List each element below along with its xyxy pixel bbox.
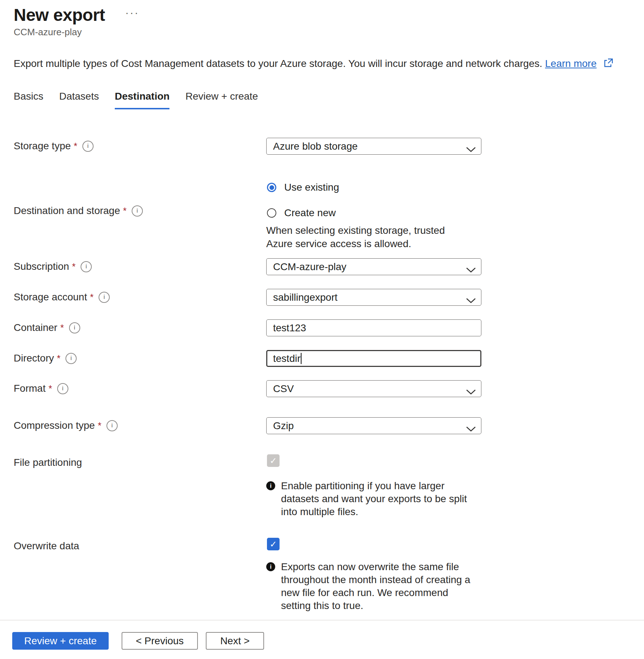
checkmark-icon: ✓ xyxy=(269,539,277,549)
required-asterisk: * xyxy=(74,141,77,152)
overwrite-data-checkbox[interactable]: ✓ xyxy=(267,538,280,550)
chevron-down-icon xyxy=(466,144,476,155)
required-asterisk: * xyxy=(72,261,76,272)
text-cursor xyxy=(301,353,301,364)
info-icon[interactable]: i xyxy=(69,322,80,333)
page-title: New export xyxy=(14,5,105,25)
footer-divider xyxy=(0,620,644,621)
subscription-label: Subscription * i xyxy=(14,260,92,273)
destination-storage-label: Destination and storage * i xyxy=(14,204,143,217)
storage-account-dropdown[interactable]: sabillingexport xyxy=(266,289,481,306)
new-export-page: New export ··· CCM-azure-play Export mul… xyxy=(0,0,644,659)
description-text: Export multiple types of Cost Management… xyxy=(14,58,542,69)
tab-basics[interactable]: Basics xyxy=(14,91,43,109)
chevron-down-icon xyxy=(466,423,476,435)
required-asterisk: * xyxy=(98,420,101,431)
destination-storage-help: When selecting existing storage, trusted… xyxy=(266,224,468,250)
format-label: Format * i xyxy=(14,382,68,395)
compression-type-label: Compression type * i xyxy=(14,419,118,432)
review-create-button[interactable]: Review + create xyxy=(12,632,109,650)
format-dropdown[interactable]: CSV xyxy=(266,380,481,397)
container-input[interactable]: test123 xyxy=(266,319,481,336)
tab-destination[interactable]: Destination xyxy=(115,91,169,109)
next-button[interactable]: Next > xyxy=(206,632,264,650)
info-icon[interactable]: i xyxy=(65,353,77,364)
required-asterisk: * xyxy=(123,205,127,217)
file-partitioning-checkbox: ✓ xyxy=(267,454,280,467)
info-icon[interactable]: i xyxy=(132,205,143,217)
directory-input[interactable]: testdir xyxy=(266,350,481,367)
learn-more-link[interactable]: Learn more xyxy=(545,58,597,69)
info-icon[interactable]: i xyxy=(81,261,92,272)
required-asterisk: * xyxy=(90,292,94,303)
directory-label: Directory * i xyxy=(14,352,77,365)
tab-review-create[interactable]: Review + create xyxy=(185,91,258,109)
subscription-dropdown[interactable]: CCM-azure-play xyxy=(266,258,481,275)
info-icon[interactable]: i xyxy=(106,420,118,431)
storage-type-dropdown[interactable]: Azure blob storage xyxy=(266,138,481,155)
overwrite-data-note: i Exports can now overwrite the same fil… xyxy=(266,560,478,612)
info-icon[interactable]: i xyxy=(57,383,68,394)
overwrite-data-label: Overwrite data xyxy=(14,540,79,553)
radio-selected-icon[interactable] xyxy=(267,183,276,192)
chevron-down-icon xyxy=(466,386,476,397)
info-icon[interactable]: i xyxy=(82,141,94,152)
wizard-tabs: Basics Datasets Destination Review + cre… xyxy=(14,91,258,109)
chevron-down-icon xyxy=(466,295,476,306)
required-asterisk: * xyxy=(49,383,52,394)
previous-button[interactable]: < Previous xyxy=(122,632,198,650)
info-icon[interactable]: i xyxy=(99,292,110,303)
required-asterisk: * xyxy=(57,353,60,364)
info-filled-icon: i xyxy=(266,481,275,490)
subscription-breadcrumb: CCM-azure-play xyxy=(14,27,82,38)
radio-use-existing[interactable]: Use existing xyxy=(267,182,339,193)
more-options-icon[interactable]: ··· xyxy=(125,6,139,19)
checkmark-icon: ✓ xyxy=(269,456,277,466)
file-partitioning-label: File partitioning xyxy=(14,456,82,469)
radio-create-new[interactable]: Create new xyxy=(267,207,336,219)
storage-type-label: Storage type * i xyxy=(14,140,94,153)
file-partitioning-note: i Enable partitioning if you have larger… xyxy=(266,480,478,518)
external-link-icon[interactable] xyxy=(603,58,614,71)
page-description: Export multiple types of Cost Management… xyxy=(14,58,614,71)
tab-datasets[interactable]: Datasets xyxy=(59,91,99,109)
compression-type-dropdown[interactable]: Gzip xyxy=(266,417,481,434)
container-label: Container * i xyxy=(14,321,80,334)
storage-account-label: Storage account * i xyxy=(14,291,110,304)
chevron-down-icon xyxy=(466,264,476,276)
required-asterisk: * xyxy=(60,322,64,333)
info-filled-icon: i xyxy=(266,562,275,571)
radio-unselected-icon[interactable] xyxy=(267,208,276,218)
